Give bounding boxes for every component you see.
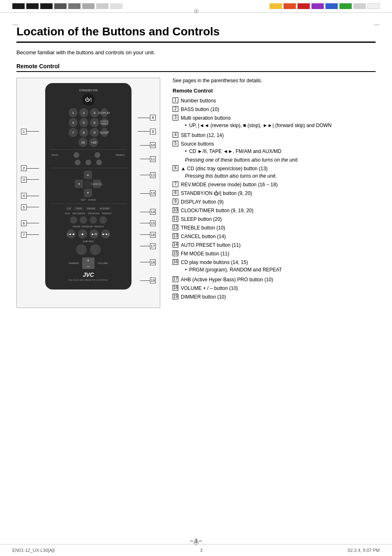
callout-label-17: 17 bbox=[140, 243, 156, 249]
nav-up: ▲ bbox=[84, 171, 92, 179]
item-num-7: 7 bbox=[173, 181, 178, 187]
nav-left: ◄ bbox=[75, 180, 83, 188]
num-row-123: 1 2 3 DISPLAY bbox=[50, 108, 127, 117]
remote-body: STANDBY/ON ⏻/| 1 2 3 DISPLAY 4 5 6 bbox=[45, 83, 131, 290]
top-strip: ⊕ bbox=[0, 0, 392, 13]
callout-num-19: 19 bbox=[150, 278, 156, 283]
rev-btn-1 bbox=[70, 216, 77, 224]
item-num-12: 12 bbox=[173, 225, 178, 230]
list-item-17: 17 AHB (Active Hyper Bass) PRO button (1… bbox=[173, 276, 376, 283]
item-num-19: 19 bbox=[173, 294, 178, 299]
remote-container: 1 2 3 4 5 bbox=[16, 78, 160, 308]
item-text-15: FM MODE button (11) bbox=[181, 250, 376, 257]
num-btn-plus10: +10 bbox=[89, 138, 98, 147]
callout-num-3: 3 bbox=[21, 177, 27, 183]
repeat-label: REPEAT bbox=[95, 225, 104, 228]
standby-label: STANDBY/ON bbox=[50, 89, 127, 92]
dot-row bbox=[50, 160, 127, 165]
color-block-2 bbox=[284, 3, 296, 9]
right-margin-mark bbox=[374, 25, 380, 25]
treble-label: TREBLE bbox=[115, 154, 125, 156]
dot-1 bbox=[75, 160, 81, 165]
num-row-456: 4 5 6 CLOCK /TIMER bbox=[50, 118, 127, 127]
set-down-labels: SET DOWN bbox=[50, 199, 127, 201]
item-5-sublist: CD ►/II, TAPE ◄►, FM/AM and AUX/MD bbox=[181, 148, 376, 155]
power-button: ⏻/| bbox=[82, 93, 95, 106]
sub-item-3-1: UP, |◄◄ (reverse skip), ■ (stop), ►►| (f… bbox=[185, 122, 376, 129]
nav-cross: ▲ ◄ CANCEL ▼ bbox=[75, 171, 102, 197]
num-row-10: 10 +10 bbox=[50, 138, 127, 147]
two-column-layout: 1 2 3 4 5 bbox=[16, 78, 376, 308]
item-num-6: 6 bbox=[173, 165, 178, 171]
item-num-15: 15 bbox=[173, 250, 178, 256]
prgm-label: PRGM bbox=[73, 225, 80, 228]
callout-num-17: 17 bbox=[150, 243, 156, 249]
list-item-12: 12 TREBLE button (10) bbox=[173, 224, 376, 232]
list-item-2: 2 BASS button (10) bbox=[173, 106, 376, 113]
left-column: 1 2 3 4 5 bbox=[16, 78, 160, 308]
list-item-16: 16 CD play mode buttons (14, 15) PRGM (p… bbox=[173, 259, 376, 275]
num-btn-10: 10 bbox=[78, 138, 88, 147]
callout-num-12: 12 bbox=[150, 172, 156, 178]
item-num-5: 5 bbox=[173, 141, 178, 146]
list-item-15: 15 FM MODE button (11) bbox=[173, 250, 376, 257]
strip-right bbox=[270, 3, 380, 9]
callout-num-8: 8 bbox=[150, 115, 156, 120]
item-num-14: 14 bbox=[173, 242, 178, 248]
auxmd-btn: AUX/MD bbox=[98, 206, 111, 211]
revmode-label: REV.MODE bbox=[72, 212, 85, 215]
revmode-buttons bbox=[50, 216, 127, 224]
see-pages-text: See pages in the parentheses for details… bbox=[173, 78, 376, 83]
callout-num-7: 7 bbox=[21, 232, 27, 238]
random-label: RANDOM bbox=[82, 225, 93, 228]
color-block-6 bbox=[339, 3, 352, 9]
compass-center-top: ⊕ bbox=[194, 7, 199, 15]
callout-num-1: 1 bbox=[21, 129, 27, 134]
item-text-18: VOLUME + / – button (10) bbox=[181, 285, 376, 292]
list-item-5: 5 Source buttons CD ►/II, TAPE ◄►, FM/AM… bbox=[173, 140, 376, 164]
play-buttons: |◄◄ ■ ►/II ►►| bbox=[50, 229, 127, 239]
sub-item-5-1: CD ►/II, TAPE ◄►, FM/AM and AUX/MD bbox=[185, 148, 376, 155]
footer-center: 3 bbox=[200, 548, 203, 553]
callout-num-6: 6 bbox=[21, 220, 27, 226]
color-block-5 bbox=[325, 3, 338, 9]
preset-label: PRESET bbox=[102, 212, 112, 215]
color-block-1 bbox=[270, 3, 282, 9]
color-block-3 bbox=[297, 3, 310, 9]
item-num-18: 18 bbox=[173, 285, 178, 291]
callout-num-2: 2 bbox=[21, 165, 27, 171]
volume-label: VOLUME bbox=[98, 262, 108, 264]
volume-section: DIMMER + – VOLUME bbox=[50, 257, 127, 269]
cd-btn: CD bbox=[66, 206, 73, 211]
item-num-1: 1 bbox=[173, 97, 178, 103]
strip-left bbox=[12, 3, 122, 9]
vol-plus-btn: + bbox=[82, 257, 95, 263]
treble-btn bbox=[95, 152, 100, 158]
list-item-8: 8 STANDBY/ON ⏻/| button (9, 20) bbox=[173, 190, 376, 197]
item-text-16: CD play mode buttons (14, 15) PRGM (prog… bbox=[181, 259, 376, 275]
callout-label-2: 2 bbox=[21, 165, 39, 171]
callout-label-6: 6 bbox=[21, 220, 39, 226]
num-btn-7: 7 bbox=[69, 128, 78, 137]
item-6-note: Pressing this button also turns on the u… bbox=[181, 172, 376, 180]
strip-block-5 bbox=[68, 3, 81, 9]
ahb-label-row: AHB PRO bbox=[50, 240, 127, 243]
rev-btn-2 bbox=[80, 216, 87, 224]
strip-block-3 bbox=[40, 3, 53, 9]
dot-2 bbox=[85, 160, 91, 165]
item-text-7: REV.MODE (reverse mode) button (16 – 18) bbox=[181, 181, 376, 188]
callout-label-9: 9 bbox=[138, 129, 156, 134]
item-num-17: 17 bbox=[173, 276, 178, 282]
item-text-13: CANCEL button (14) bbox=[181, 233, 376, 240]
footer-left: EN01-12_UX-L30[A]I bbox=[12, 548, 55, 553]
dimmer-label: DIMMER bbox=[69, 262, 78, 264]
left-margin-mark bbox=[12, 25, 18, 25]
acd-label: ACD bbox=[65, 212, 70, 215]
strip-block-7 bbox=[96, 3, 108, 9]
tape-btn: TAPE bbox=[74, 206, 83, 211]
callout-num-9: 9 bbox=[150, 129, 156, 134]
jvc-logo: JVC bbox=[50, 271, 127, 278]
callout-num-10: 10 bbox=[150, 142, 156, 148]
divider-1 bbox=[50, 149, 127, 150]
list-item-9: 9 DISPLAY button (9) bbox=[173, 198, 376, 206]
